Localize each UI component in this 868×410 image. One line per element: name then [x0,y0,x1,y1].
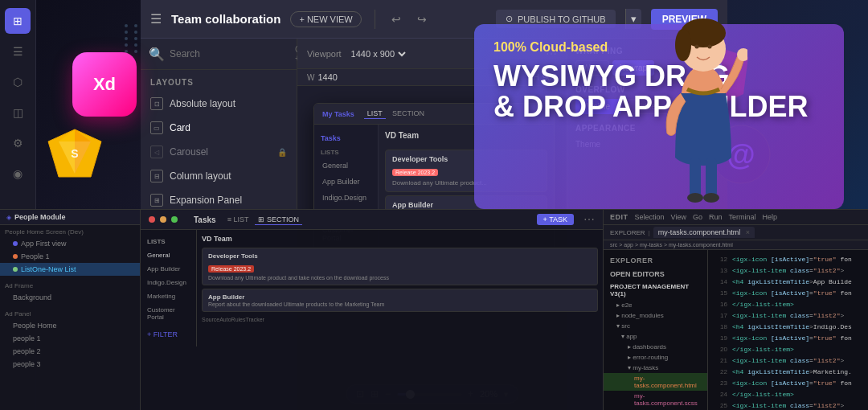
selection-label: Selection [635,213,665,221]
view-label: View [671,213,686,221]
svg-text:S: S [71,147,78,160]
code-line-19: 19<igx-icon [isActive]="true" fon [708,332,868,343]
explorer-node-modules[interactable]: ▸ node_modules [604,310,707,321]
tasks-sidebar-general[interactable]: General [314,158,378,174]
file-item-people-home[interactable]: People Home [0,319,140,332]
layout-item-carousel[interactable]: ◁ Carousel 🔒 [141,140,297,164]
bottom-overlay: ◈ People Module People Home Screen (Dev)… [0,209,868,410]
file-item-people-2[interactable]: people 2 [0,345,140,358]
sidebar-icon-settings[interactable]: ⚙ [5,130,31,156]
code-line-16: 16</igx-list-item> [708,298,868,310]
code-line-22: 22<h4 igxListItemTitle>Marketing. [708,366,868,377]
sidebar-icon-grid[interactable]: ⊞ [5,8,31,34]
code-line-12: 12<igx-icon [isActive]="true" fon [708,253,868,264]
code-line-18: 18<h4 igxListItemTitle>Indigo.Des [708,321,868,332]
layout-item-absolute[interactable]: ⊡ Absolute layout [141,92,297,116]
tb-sidebar-portal[interactable]: Customer Portal [141,303,196,324]
width-label: W [307,73,314,82]
new-view-button[interactable]: + NEW VIEW [290,11,361,27]
tb-sidebar-appbuilder[interactable]: App Builder [141,262,196,276]
file-item-1[interactable]: App First view [0,237,140,250]
svg-rect-16 [690,158,701,198]
file-item-people-1[interactable]: people 1 [0,332,140,345]
add-task-button[interactable]: + TASK [537,214,574,225]
help-label: Help [762,213,777,221]
file-breadcrumb: src > app > my-tasks > my-tasks.componen… [604,240,868,250]
tb-tab-list[interactable]: ≡ LIST [224,215,252,225]
hamburger-icon[interactable]: ☰ [150,11,162,27]
viewport-select[interactable]: 1440 x 900 [348,48,408,59]
search-input[interactable] [170,48,290,59]
explorer-e2e[interactable]: ▸ e2e [604,300,707,310]
undo-icon[interactable]: ↩ [388,10,404,29]
sidebar-icon-data[interactable]: ◫ [5,100,31,125]
lists-label: LISTS [314,146,378,158]
character-illustration [659,0,747,209]
layout-icon-column: ⊟ [150,170,163,182]
vd-team-label: VD Team [385,131,419,140]
layout-icon-card: ▭ [150,121,163,134]
code-line-24: 24</igx-list-item> [708,388,868,400]
tb-card-devtools[interactable]: Developer Tools Release 2023.2 Download … [202,248,598,285]
tb-card-appbuilder[interactable]: App Builder Report about the downloaded … [202,289,598,312]
file-item-bg[interactable]: Background [0,291,140,304]
tb-sidebar-general[interactable]: General [141,248,196,262]
code-body: EXPLORER OPEN EDITORS PROJECT MANAGEMENT… [604,250,868,410]
explorer-error-routing[interactable]: ▸ error-routing [604,352,707,363]
layout-item-column[interactable]: ⊟ Column layout [141,164,297,188]
code-tab-html[interactable]: my-tasks.component.html × [653,227,755,238]
tasks-bottom-content: LISTS General App Builder Indigo.Design … [141,230,603,346]
tb-tab-section[interactable]: ⊞ SECTION [255,215,302,225]
tb-sidebar-marketing[interactable]: Marketing [141,289,196,303]
tb-sidebar-indigo[interactable]: Indigo.Design [141,276,196,289]
explorer-src[interactable]: ▾ src [604,321,707,331]
file-item-2[interactable]: People 1 [0,250,140,263]
layout-item-card[interactable]: ▭ Card [141,116,297,140]
code-line-23: 23<igx-icon [isActive]="true" fon [708,377,868,388]
run-label: Run [709,213,723,221]
svg-point-20 [695,45,699,49]
source-label: SourceAutoRulesTracker [202,317,598,322]
tasks-bottom-header: Tasks ≡ LIST ⊞ SECTION + TASK ⋯ [141,210,603,230]
sidebar-icon-component[interactable]: ⬡ [5,69,31,95]
code-editor-header: Edit Selection View Go Run Terminal Help [604,210,868,225]
tasks-bottom-title: Tasks [194,215,216,224]
sidebar-icon-layers[interactable]: ☰ [5,39,31,64]
tasks-sidebar-appbuilder[interactable]: App Builder [314,174,378,190]
tasks-bottom-main: VD Team Developer Tools Release 2023.2 D… [197,230,603,346]
code-line-17: 17<igx-list-item class="list2"> [708,310,868,321]
svg-rect-17 [706,158,717,198]
redo-icon[interactable]: ↪ [414,10,430,29]
code-line-20: 20</igx-list-item> [708,343,868,355]
breadcrumb: EXPLORER | my-tasks.component.html × [604,225,868,240]
layout-icon-expansion: ⊞ [150,194,163,207]
file-tree-header: ◈ People Module [0,210,140,225]
my-tasks-label: My Tasks [322,110,354,118]
explorer-scss-file[interactable]: my-tasks.component.scss [604,391,707,408]
code-line-15: 15<igx-icon [isActive]="true" fon [708,287,868,298]
sidebar-icon-user[interactable]: ◉ [5,161,31,187]
add-filter-btn[interactable]: + FILTER [141,324,196,342]
tasks-view-tabs: LIST SECTION [364,109,428,119]
explorer-my-tasks[interactable]: ▾ my-tasks [604,363,707,373]
file-item-3[interactable]: ListOne-New List [0,263,140,276]
tasks-sidebar-indigo[interactable]: Indigo.Design [314,190,378,206]
explorer-app[interactable]: ▾ app [604,331,707,342]
layouts-section-title: LAYOUTS [141,70,297,92]
svg-point-21 [708,45,712,49]
sketch-logo: S [44,125,104,181]
explorer-html-file[interactable]: my-tasks.component.html [604,373,707,391]
explorer-title: EXPLORER [604,253,707,268]
xd-logo: Xd [72,52,137,117]
tasks-tab-section[interactable]: SECTION [389,109,428,119]
width-value: 1440 [317,72,337,82]
viewport-label: Viewport [307,49,342,59]
layout-icon-carousel: ◁ [150,146,163,158]
tasks-more-icon[interactable]: ⋯ [583,213,595,226]
file-item-people-3[interactable]: people 3 [0,358,140,371]
svg-point-19 [703,193,719,203]
tasks-tab-list[interactable]: LIST [364,109,386,119]
explorer-dashboards[interactable]: ▸ dashboards [604,342,707,352]
tasks-sidebar-tasks[interactable]: Tasks [314,131,378,146]
code-line-25: 25<igx-list-item class="list2"> [708,400,868,410]
